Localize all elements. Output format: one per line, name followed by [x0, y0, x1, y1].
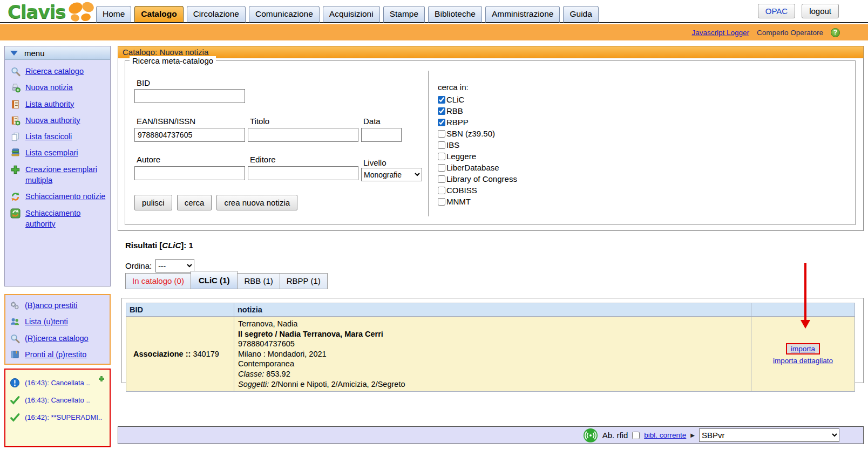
opac-button[interactable]: OPAC [758, 4, 795, 18]
notification-item[interactable]: (16:42): **SUPERADMI.. [5, 408, 110, 426]
results-heading-count: ]: 1 [181, 241, 193, 250]
notification-item[interactable]: (16:43): Cancellata .. [5, 374, 110, 391]
sidebar-item-label[interactable]: Schiacciamento authority [25, 208, 107, 230]
sidebar-item-label[interactable]: Pronti al (p)restito [25, 349, 86, 360]
sidebar-item-label[interactable]: Nuova notizia [25, 82, 73, 93]
new-record-icon [10, 83, 21, 93]
source-option-liberdatabase[interactable]: LiberDatabase [438, 162, 517, 173]
notification-text: (16:43): Cancellata .. [25, 379, 90, 387]
bibl-corrente-link[interactable]: bibl. corrente [644, 431, 686, 439]
help-icon[interactable]: ? [831, 28, 840, 37]
sidebar-item-lista-utenti[interactable]: Lista (u)tenti [5, 313, 110, 330]
editore-input[interactable] [248, 166, 358, 180]
source-checkbox[interactable] [438, 187, 445, 194]
source-checkbox[interactable] [438, 198, 445, 206]
source-option-leggere[interactable]: Leggere [438, 151, 517, 162]
source-checkbox[interactable] [438, 107, 445, 115]
check-icon [10, 395, 20, 405]
sidebar-item-ricerca-catalogo-quick[interactable]: (R)icerca catalogo [5, 330, 110, 346]
bid-input[interactable] [134, 89, 245, 103]
source-option-mnmt[interactable]: MNMT [438, 196, 517, 207]
tab-in-catalogo[interactable]: In catalogo (0) [125, 273, 191, 289]
crea-nuova-notizia-button[interactable]: crea nuova notizia [216, 195, 297, 210]
notification-item[interactable]: (16:43): Cancellato .. [5, 391, 110, 408]
record-author: Terranova, Nadia [238, 319, 747, 329]
sidebar-item-schiacciamento-notizie[interactable]: Schiacciamento notizie [6, 188, 109, 204]
data-label: Data [363, 117, 381, 126]
logout-button[interactable]: logout [802, 4, 839, 18]
source-option-ibs[interactable]: IBS [438, 139, 517, 151]
source-checkbox[interactable] [438, 141, 445, 149]
orange-status-bar: Javascript Logger Comperio Operatore ? [0, 24, 868, 40]
source-checkbox[interactable] [438, 130, 445, 138]
sidebar-item-nuova-authority[interactable]: Nuova authority [6, 112, 109, 128]
page-title: Catalogo: Nuova notizia [118, 46, 864, 58]
sidebar-item-creazione-esemplari[interactable]: Creazione esemplari multipla [6, 161, 109, 189]
sidebar-item-lista-authority[interactable]: Lista authority [6, 96, 109, 112]
source-option-clic[interactable]: CLiC [438, 94, 517, 105]
rfid-checkbox[interactable] [632, 432, 640, 439]
sidebar-item-label[interactable]: Creazione esemplari multipla [25, 164, 107, 186]
importa-dettagliato-link[interactable]: importa dettagliato [773, 357, 833, 365]
record-title: Il segreto / Nadia Terranova, Mara Cerri [238, 329, 747, 339]
library-select[interactable]: SBPvr [699, 428, 839, 442]
tab-home[interactable]: Home [96, 6, 131, 23]
autore-input[interactable] [134, 166, 245, 180]
source-checkbox[interactable] [438, 153, 445, 160]
source-option-cobiss[interactable]: COBISS [438, 185, 517, 196]
sidebar-item-label[interactable]: Lista (u)tenti [25, 316, 68, 327]
source-option-rbpp[interactable]: RBPP [438, 117, 517, 128]
notifications-expand-icon[interactable] [98, 374, 105, 384]
javascript-logger-link[interactable]: Javascript Logger [691, 29, 749, 37]
ean-input[interactable] [134, 128, 245, 142]
source-checkbox[interactable] [438, 164, 445, 172]
results-heading-prefix: Risultati [ [125, 241, 162, 250]
data-input[interactable] [361, 128, 402, 142]
sidebar-item-pronti-al-prestito[interactable]: Pronti al (p)restito [5, 346, 110, 363]
menu-header[interactable]: menu [5, 46, 110, 60]
sidebar-item-schiacciamento-authority[interactable]: Schiacciamento authority [6, 205, 109, 233]
table-header-row: BID notizia [126, 303, 855, 317]
titolo-input[interactable] [248, 128, 358, 142]
source-option-rbb[interactable]: RBB [438, 105, 517, 117]
sidebar-item-label[interactable]: (R)icerca catalogo [25, 333, 89, 344]
source-label: CLiC [446, 95, 464, 104]
tab-rbb[interactable]: RBB (1) [238, 273, 280, 289]
source-option-sbn[interactable]: SBN (z39.50) [438, 128, 517, 139]
source-checkbox[interactable] [438, 175, 445, 183]
tab-stampe[interactable]: Stampe [383, 6, 425, 23]
sidebar-item-banco-prestiti[interactable]: (B)anco prestiti [5, 297, 110, 313]
sidebar-item-label[interactable]: Nuova authority [25, 115, 80, 126]
pulisci-button[interactable]: pulisci [134, 195, 172, 210]
sidebar-item-lista-esemplari[interactable]: Lista esemplari [6, 145, 109, 161]
source-checkbox[interactable] [438, 96, 445, 104]
sidebar-item-label[interactable]: Lista fascicoli [25, 131, 72, 142]
record-classe: Classe:853.92 [238, 369, 747, 379]
sidebar-item-label[interactable]: Lista authority [25, 99, 74, 110]
importa-link[interactable]: importa [786, 343, 820, 354]
sidebar-item-nuova-notizia[interactable]: Nuova notizia [6, 79, 109, 96]
source-label: SBN (z39.50) [446, 129, 495, 138]
tab-clic[interactable]: CLiC (1) [191, 271, 238, 289]
caret-right-icon: ▶ [690, 432, 695, 438]
sidebar-item-lista-fascicoli[interactable]: Lista fascicoli [6, 128, 109, 145]
tab-biblioteche[interactable]: Biblioteche [428, 6, 482, 23]
sidebar-item-label[interactable]: Schiacciamento notizie [25, 191, 105, 202]
sidebar-item-ricerca-catalogo[interactable]: Ricerca catalogo [6, 63, 109, 79]
tab-circolazione[interactable]: Circolazione [187, 6, 246, 23]
sidebar-item-label[interactable]: Lista esemplari [25, 147, 78, 158]
tab-catalogo[interactable]: Catalogo [134, 6, 183, 23]
tab-acquisizioni[interactable]: Acquisizioni [323, 6, 380, 23]
source-label: LiberDatabase [446, 163, 499, 172]
tab-amministrazione[interactable]: Amministrazione [485, 6, 560, 23]
sidebar-item-label[interactable]: (B)anco prestiti [25, 300, 78, 311]
tab-rbpp[interactable]: RBPP (1) [280, 273, 328, 289]
cerca-button[interactable]: cerca [177, 195, 212, 210]
tab-guida[interactable]: Guida [563, 6, 598, 23]
livello-select[interactable]: Monografie [361, 168, 422, 181]
source-label: RBPP [446, 118, 469, 127]
sidebar-item-label[interactable]: Ricerca catalogo [25, 66, 84, 77]
source-option-library-of-congress[interactable]: Library of Congress [438, 173, 517, 185]
tab-comunicazione[interactable]: Comunicazione [249, 6, 320, 23]
source-checkbox[interactable] [438, 119, 445, 126]
